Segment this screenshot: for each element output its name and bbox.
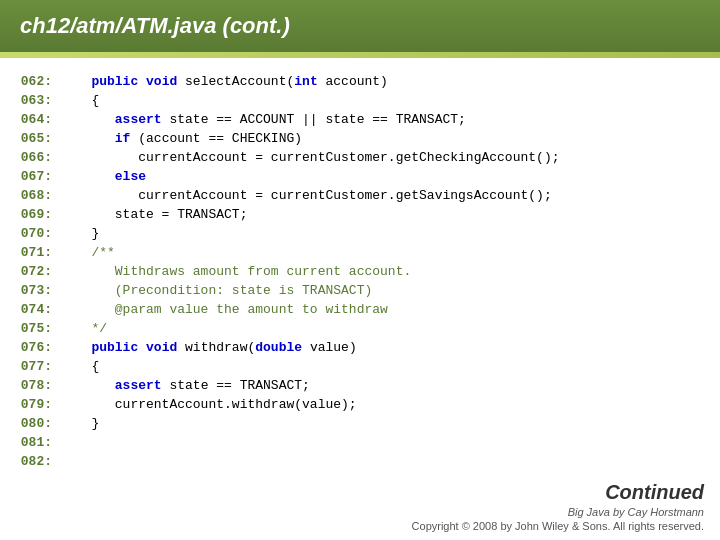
code-line: /** [68, 243, 704, 262]
line-number: 079: [16, 395, 52, 414]
code-line: public void withdraw(double value) [68, 338, 704, 357]
copyright-line2: Copyright © 2008 by John Wiley & Sons. A… [412, 520, 704, 532]
line-number: 064: [16, 110, 52, 129]
code-line: Withdraws amount from current account. [68, 262, 704, 281]
code-line: @param value the amount to withdraw [68, 300, 704, 319]
code-line: state = TRANSACT; [68, 205, 704, 224]
code-content: 062:063:064:065:066:067:068:069:070:071:… [0, 58, 720, 518]
line-number: 067: [16, 167, 52, 186]
line-number: 073: [16, 281, 52, 300]
line-number: 070: [16, 224, 52, 243]
line-number: 078: [16, 376, 52, 395]
line-number: 071: [16, 243, 52, 262]
code-line: else [68, 167, 704, 186]
line-number: 080: [16, 414, 52, 433]
code-line: currentAccount.withdraw(value); [68, 395, 704, 414]
line-number: 065: [16, 129, 52, 148]
code-line: if (account == CHECKING) [68, 129, 704, 148]
line-number: 077: [16, 357, 52, 376]
line-number: 082: [16, 452, 52, 471]
header: ch12/atm/ATM.java (cont.) [0, 0, 720, 58]
footer: Continued Big Java by Cay Horstmann Copy… [412, 481, 704, 532]
line-number: 063: [16, 91, 52, 110]
line-number: 066: [16, 148, 52, 167]
code-line: currentAccount = currentCustomer.getSavi… [68, 186, 704, 205]
code-line: } [68, 414, 704, 433]
code-line: (Precondition: state is TRANSACT) [68, 281, 704, 300]
line-number: 062: [16, 72, 52, 91]
code-line: */ [68, 319, 704, 338]
line-number: 069: [16, 205, 52, 224]
code-line: assert state == TRANSACT; [68, 376, 704, 395]
line-number: 072: [16, 262, 52, 281]
code-line: public void selectAccount(int account) [68, 72, 704, 91]
line-number: 075: [16, 319, 52, 338]
code-line: assert state == ACCOUNT || state == TRAN… [68, 110, 704, 129]
code-line: currentAccount = currentCustomer.getChec… [68, 148, 704, 167]
line-number: 074: [16, 300, 52, 319]
code-line: { [68, 357, 704, 376]
code-line: { [68, 91, 704, 110]
continued-label: Continued [412, 481, 704, 504]
line-number: 076: [16, 338, 52, 357]
line-number: 068: [16, 186, 52, 205]
code-line: } [68, 224, 704, 243]
code-area: public void selectAccount(int account) {… [60, 68, 720, 508]
page-title: ch12/atm/ATM.java (cont.) [20, 13, 290, 39]
copyright-line1: Big Java by Cay Horstmann [412, 506, 704, 518]
line-numbers: 062:063:064:065:066:067:068:069:070:071:… [0, 68, 60, 508]
line-number: 081: [16, 433, 52, 452]
